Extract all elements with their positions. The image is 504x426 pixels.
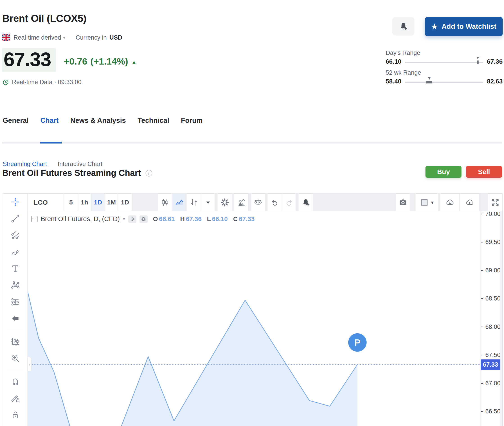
gear-button[interactable] xyxy=(218,194,232,211)
hilo-bars-button[interactable] xyxy=(187,194,201,211)
trend-line-button[interactable] xyxy=(3,210,28,227)
days-range-marker: ▾ xyxy=(477,61,479,64)
chart-subtabs: Streaming ChartInteractive Chart xyxy=(3,161,102,168)
caret-down-icon[interactable]: ▾ xyxy=(123,216,125,221)
zoom-in-button[interactable] xyxy=(3,350,28,367)
bell-plus-icon xyxy=(301,198,310,207)
caret-down-icon[interactable]: ▾ xyxy=(63,35,65,40)
brush-button[interactable] xyxy=(3,244,28,260)
cloud-upload-button[interactable] xyxy=(460,194,479,211)
interval-button[interactable]: 1h xyxy=(78,194,91,211)
chart-area: − Brent Oil Futures, D, (CFD) ▾ O66.61H6… xyxy=(28,211,502,426)
xabcd-pattern-icon xyxy=(11,280,20,290)
collapse-legend-icon[interactable]: − xyxy=(31,216,38,222)
drawing-tools-rail xyxy=(3,194,28,426)
bars-pattern-button[interactable] xyxy=(3,333,28,350)
symbol-search-button[interactable]: LCO xyxy=(28,194,64,211)
interval-button[interactable]: 1D xyxy=(118,194,132,211)
redo-button[interactable] xyxy=(282,194,296,211)
toggle-visibility-button[interactable] xyxy=(128,215,136,223)
y-axis-tick: 68.50 xyxy=(481,295,501,303)
ohlc-pair: H67.36 xyxy=(180,215,202,223)
chart-plot[interactable]: − Brent Oil Futures, D, (CFD) ▾ O66.61H6… xyxy=(28,211,481,426)
realtime-status: Real-time Data · 09:33:00 xyxy=(2,79,81,86)
layout-square-icon xyxy=(420,198,429,207)
info-icon[interactable]: i xyxy=(146,170,152,177)
drawing-lock-button[interactable] xyxy=(3,390,28,406)
toolbar-gap xyxy=(438,194,440,211)
buy-button[interactable]: Buy xyxy=(425,166,461,178)
create-alert-button[interactable] xyxy=(392,17,414,36)
caret-down-button[interactable] xyxy=(201,194,215,211)
interval-button[interactable]: 1M xyxy=(105,194,118,211)
forecast-button[interactable] xyxy=(3,293,28,310)
tab[interactable]: Chart xyxy=(40,116,58,125)
magnet-icon xyxy=(11,377,20,386)
days-range-low: 66.10 xyxy=(386,58,401,65)
zoom-in-icon xyxy=(11,354,20,363)
interval-button[interactable]: 1D xyxy=(91,194,105,211)
camera-button[interactable] xyxy=(396,194,410,211)
fullscreen-icon xyxy=(491,198,500,207)
price-axis[interactable]: 70.0069.5069.0068.5068.0067.5067.0066.50… xyxy=(481,211,502,426)
days-range-track: ▾ xyxy=(405,62,483,63)
days-range-high: 67.36 xyxy=(487,58,503,65)
tab[interactable]: Technical xyxy=(137,116,169,125)
wk52-range-high: 82.63 xyxy=(487,78,503,85)
xabcd-pattern-button[interactable] xyxy=(3,277,28,293)
crosshair-button[interactable] xyxy=(3,194,28,210)
cloud-download-icon xyxy=(445,198,454,207)
lock-open-button[interactable] xyxy=(3,406,28,423)
y-axis-tick: 69.50 xyxy=(481,238,501,246)
price-box: 67.33 xyxy=(2,48,56,72)
compare-scales-button[interactable] xyxy=(251,194,265,211)
toolbar-gap xyxy=(479,194,488,211)
rail-collapse-handle[interactable]: ‹ xyxy=(28,357,31,371)
add-to-watchlist-button[interactable]: ★ Add to Watchlist xyxy=(425,17,503,36)
candles-icon xyxy=(160,198,169,207)
series-title: Brent Oil Futures, D, (CFD) xyxy=(41,215,120,223)
tabs-underline xyxy=(2,142,502,143)
interval-button[interactable]: 5 xyxy=(64,194,78,211)
bell-plus-button[interactable] xyxy=(299,194,313,211)
ohlc-values: O66.61H67.36L66.10C67.33 xyxy=(153,215,255,223)
tab[interactable]: General xyxy=(3,116,29,125)
bars-pattern-icon xyxy=(11,337,20,346)
ohlc-pair: C67.33 xyxy=(233,215,254,223)
sell-button[interactable]: Sell xyxy=(466,166,502,178)
realtime-text: Real-time Data · 09:33:00 xyxy=(12,79,81,86)
pitchfork-button[interactable] xyxy=(3,227,28,244)
cloud-download-button[interactable] xyxy=(440,194,460,211)
brush-icon xyxy=(11,247,20,257)
subtab[interactable]: Streaming Chart xyxy=(3,161,47,168)
divider xyxy=(7,370,23,370)
text-tool-button[interactable] xyxy=(3,260,28,277)
wk52-range-track: ▾ xyxy=(405,82,483,83)
gear-icon xyxy=(220,198,229,207)
toolbar-gap xyxy=(265,194,267,211)
drawing-lock-icon xyxy=(11,393,20,403)
candles-button[interactable] xyxy=(158,194,172,211)
ohlc-pair: L66.10 xyxy=(207,215,228,223)
area-chart-button[interactable] xyxy=(172,194,187,211)
wk52-range-marker: ▾ xyxy=(426,81,432,84)
uk-flag-icon xyxy=(2,34,10,41)
interval-group: 51h1D1M1D xyxy=(64,194,132,211)
magnet-button[interactable] xyxy=(3,373,28,390)
wk52-range-label: 52 wk Range xyxy=(386,69,421,76)
subtab[interactable]: Interactive Chart xyxy=(58,161,102,168)
forecast-icon xyxy=(11,297,20,306)
y-axis-tick: 68.00 xyxy=(481,323,501,331)
back-arrow-button[interactable] xyxy=(3,310,28,327)
indicators-button[interactable] xyxy=(234,194,249,211)
undo-button[interactable] xyxy=(267,194,282,211)
layout-square-button[interactable]: ▾ xyxy=(416,194,438,211)
divider xyxy=(7,330,23,330)
tab[interactable]: News & Analysis xyxy=(70,116,126,125)
camera-icon xyxy=(398,198,407,207)
price-area-chart[interactable]: P xyxy=(28,211,481,426)
tab[interactable]: Forum xyxy=(181,116,202,125)
fullscreen-button[interactable] xyxy=(488,194,502,211)
feed-type-label[interactable]: Real-time derived xyxy=(14,34,61,41)
series-settings-button[interactable] xyxy=(139,215,148,223)
